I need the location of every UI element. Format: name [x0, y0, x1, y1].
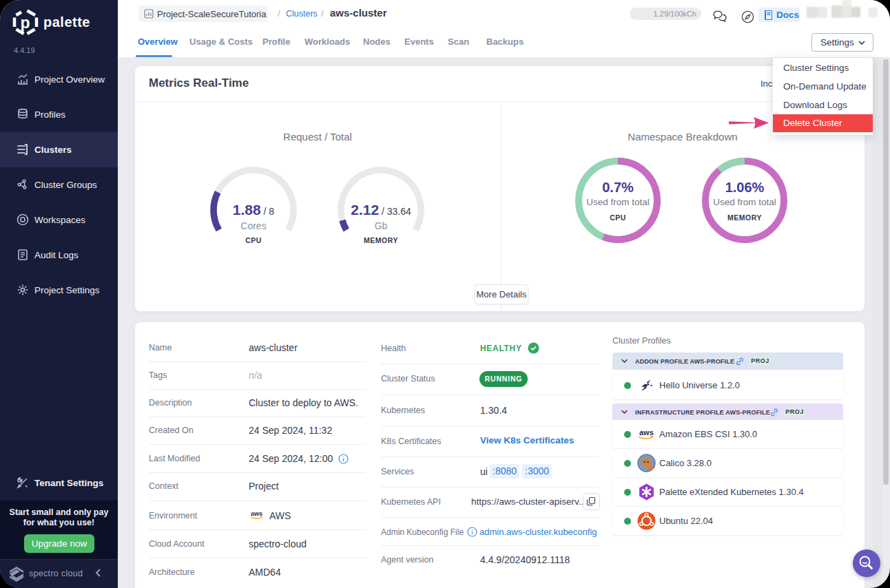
svg-text:aws: aws [639, 428, 654, 437]
svg-text:p: p [21, 14, 30, 32]
svg-text:aws: aws [251, 510, 262, 517]
